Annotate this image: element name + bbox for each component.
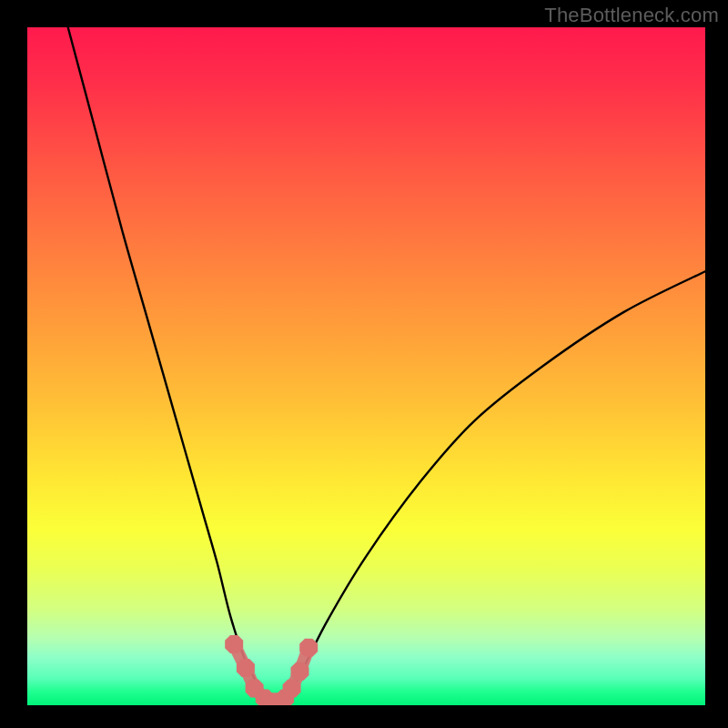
- plot-area: [27, 27, 705, 705]
- curve-markers: [225, 635, 318, 705]
- curve-marker: [291, 662, 309, 681]
- curve-marker: [225, 635, 243, 653]
- curve-marker: [283, 679, 301, 697]
- chart-frame: TheBottleneck.com: [0, 0, 728, 728]
- curve-marker: [299, 639, 318, 657]
- bottleneck-curve-svg: [27, 27, 705, 705]
- bottleneck-curve: [68, 27, 705, 705]
- curve-marker: [237, 659, 255, 677]
- watermark-text: TheBottleneck.com: [544, 4, 719, 27]
